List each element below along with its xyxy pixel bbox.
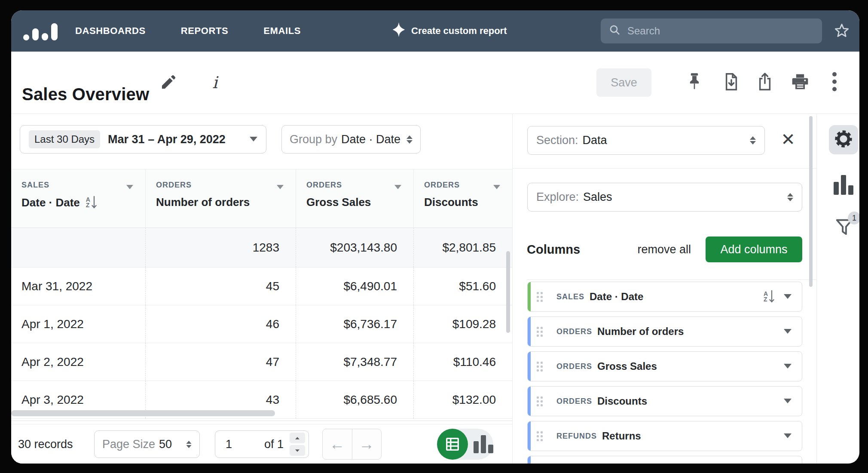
nav-emails[interactable]: EMAILS — [263, 25, 301, 37]
print-icon[interactable] — [791, 72, 810, 93]
current-page: 1 — [226, 438, 232, 451]
column-header-3[interactable]: ORDERSGross Sales — [296, 169, 413, 227]
group-by-select[interactable]: Group by Date · Date — [281, 125, 421, 154]
table-row: Apr 1, 202246$6,736.17$109.28 — [11, 305, 512, 343]
table-body: 1283$203,143.80$2,801.85Mar 31, 202245$6… — [11, 228, 512, 419]
card-category: ORDERS — [556, 397, 592, 406]
close-panel-icon[interactable]: ✕ — [778, 129, 798, 150]
drag-handle[interactable] — [537, 292, 543, 302]
table-row: Apr 2, 202247$7,348.77$110.46 — [11, 343, 512, 381]
edit-title-pencil-icon[interactable] — [159, 72, 178, 93]
column-card[interactable]: REFUNDSReturns — [527, 421, 802, 451]
create-custom-report-button[interactable]: Create custom report — [391, 10, 507, 52]
gear-icon — [834, 129, 853, 150]
cell-value: 46 — [145, 305, 296, 343]
remove-all-link[interactable]: remove all — [637, 243, 691, 256]
view-toggle — [437, 429, 493, 460]
page-size-select[interactable]: Page Size 50 — [94, 430, 200, 458]
cell-date: Mar 31, 2022 — [11, 267, 145, 305]
cell-value: 45 — [145, 267, 296, 305]
table-view-button[interactable] — [437, 429, 468, 460]
chevron-down-icon[interactable] — [784, 397, 792, 405]
brand-logo-icon[interactable] — [23, 23, 58, 40]
updown-icon — [787, 193, 793, 201]
cell-value: $6,736.17 — [296, 305, 413, 343]
card-accent — [528, 456, 531, 464]
next-page-button[interactable]: → — [352, 429, 382, 459]
sort-az-icon[interactable]: AZ — [764, 290, 774, 304]
share-icon[interactable] — [756, 72, 774, 93]
group-by-value: Date · Date — [341, 133, 406, 146]
favorite-star-icon[interactable] — [833, 22, 850, 40]
add-columns-button[interactable]: Add columns — [706, 236, 802, 262]
column-header-2[interactable]: ORDERSNumber of orders — [145, 169, 296, 227]
chart-tab[interactable] — [834, 175, 853, 195]
chevron-down-icon[interactable] — [784, 362, 792, 370]
cell-date: Apr 1, 2022 — [11, 305, 145, 343]
drag-handle[interactable] — [537, 396, 543, 406]
table-totals-row: 1283$203,143.80$2,801.85 — [11, 228, 512, 267]
column-name: Discounts — [424, 196, 512, 209]
column-card[interactable]: ORDERSDiscounts — [527, 386, 802, 416]
settings-tab[interactable] — [829, 125, 858, 154]
drag-handle[interactable] — [537, 431, 543, 441]
panel-scrollbar[interactable] — [809, 116, 813, 287]
previous-page-button[interactable]: ← — [323, 429, 352, 459]
save-button[interactable]: Save — [596, 68, 651, 97]
column-card[interactable]: ORDERSNumber of orders — [527, 316, 802, 347]
card-name: Gross Sales — [597, 360, 657, 372]
chevron-down-icon[interactable] — [277, 183, 284, 191]
nav-dashboards[interactable]: DASHBOARDS — [75, 25, 146, 37]
column-header-1[interactable]: SALESDate · DateAZ — [11, 169, 145, 227]
pin-icon[interactable] — [685, 72, 703, 93]
updown-icon — [186, 441, 192, 448]
explore-select[interactable]: Explore: Sales — [527, 183, 802, 212]
cell-value: $132.00 — [413, 381, 512, 418]
page-decrement-button[interactable] — [290, 445, 305, 456]
cell-value: $7,348.77 — [296, 343, 413, 381]
search-icon — [608, 24, 621, 38]
drag-handle[interactable] — [537, 327, 543, 337]
cell-value: $109.28 — [413, 305, 512, 343]
search-input[interactable]: Search — [601, 18, 822, 43]
cell-value: 47 — [145, 343, 296, 381]
table-header-row: SALESDate · DateAZORDERSNumber of orders… — [11, 169, 512, 228]
nav-reports[interactable]: REPORTS — [181, 25, 229, 37]
sidebar-divider — [816, 114, 817, 464]
cell-value: $2,801.85 — [413, 228, 512, 267]
card-accent — [528, 421, 531, 451]
date-range-value: Mar 31 – Apr 29, 2022 — [108, 133, 242, 146]
sort-az-icon[interactable]: AZ — [86, 196, 97, 209]
column-card[interactable]: SALESDate · DateAZ — [527, 282, 802, 312]
column-cards-list: SALESDate · DateAZORDERSNumber of orders… — [527, 282, 802, 464]
column-header-4[interactable]: ORDERSDiscounts — [413, 169, 512, 227]
chevron-down-icon[interactable] — [784, 328, 792, 335]
date-range-select[interactable]: Last 30 Days Mar 31 – Apr 29, 2022 — [20, 125, 266, 154]
table-vertical-scrollbar[interactable] — [506, 251, 510, 333]
page-number-input[interactable]: 1 of 1 — [215, 430, 309, 458]
info-icon[interactable]: i — [212, 73, 217, 92]
cell-value: $6,490.01 — [296, 267, 413, 305]
chevron-down-icon — [250, 135, 257, 143]
chevron-down-icon[interactable] — [394, 183, 401, 191]
section-select[interactable]: Section: Data — [527, 126, 765, 155]
record-count: 30 records — [18, 438, 73, 451]
column-card[interactable] — [527, 456, 802, 464]
chevron-down-icon[interactable] — [126, 183, 133, 191]
card-category: ORDERS — [556, 327, 592, 336]
card-name: Number of orders — [597, 326, 684, 338]
horizontal-scrollbar[interactable] — [11, 410, 275, 416]
filters-tab[interactable]: 1 — [833, 216, 858, 241]
download-icon[interactable] — [722, 72, 740, 93]
page-of-label: of 1 — [264, 438, 284, 451]
explore-value: Sales — [583, 190, 787, 204]
chevron-down-icon[interactable] — [784, 432, 792, 440]
column-card[interactable]: ORDERSGross Sales — [527, 351, 802, 381]
chevron-down-icon[interactable] — [493, 183, 500, 191]
drag-handle[interactable] — [537, 362, 543, 372]
page-increment-button[interactable] — [290, 433, 305, 443]
more-options-icon[interactable] — [832, 72, 837, 93]
table-footer: 30 records Page Size 50 1 of 1 ← → — [11, 424, 512, 464]
chevron-down-icon[interactable] — [784, 293, 792, 301]
chart-view-button[interactable] — [474, 435, 493, 453]
